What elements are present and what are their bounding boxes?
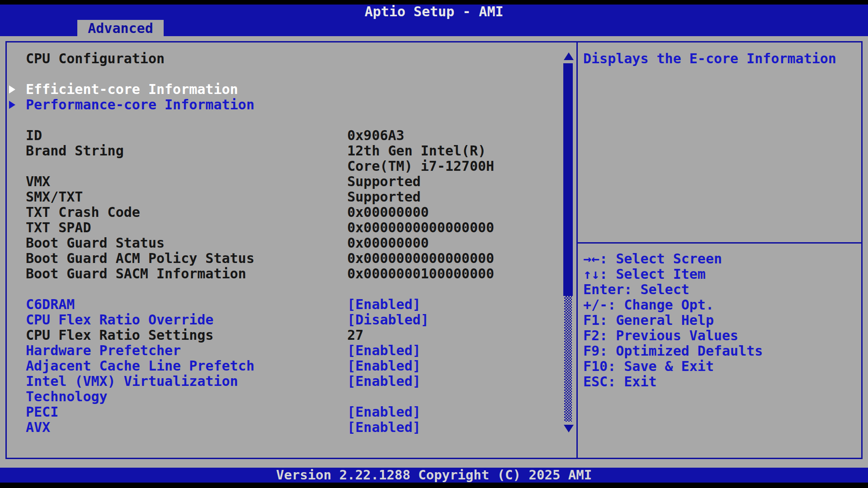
row-vmx: VMXSupported (0, 174, 561, 189)
row-label: TXT Crash Code (26, 205, 140, 220)
row-c6dram[interactable]: C6DRAM[Enabled] (0, 297, 561, 312)
row-value: 0x0000000000000000 (347, 220, 494, 235)
row-label: Technology (26, 389, 108, 404)
legend-optimized-defaults: F9: Optimized Defaults (583, 343, 763, 359)
row-brand-string: Brand String12th Gen Intel(R) (0, 143, 561, 159)
row-cpu-flex-ratio-override[interactable]: CPU Flex Ratio Override[Disabled] (0, 312, 561, 328)
row-value: [Enabled] (347, 297, 421, 312)
row-value: Core(TM) i7-12700H (347, 159, 494, 174)
row-blank (0, 113, 561, 128)
help-legend-divider (578, 242, 861, 244)
legend-select: Enter: Select (583, 282, 763, 297)
row-value: [Disabled] (347, 312, 429, 328)
row-value: 0x00000000 (347, 205, 429, 220)
row-label: Boot Guard SACM Information (26, 266, 246, 282)
row-label: Performance-core Information (26, 97, 255, 113)
row-boot-guard-status: Boot Guard Status0x00000000 (0, 235, 561, 251)
row-label: Hardware Prefetcher (26, 343, 181, 358)
item-help-text: Displays the E-core Information (583, 51, 854, 66)
row-value: Supported (347, 189, 421, 205)
row-blank (0, 282, 561, 297)
row-label: AVX (26, 420, 50, 435)
legend-save-exit: F10: Save & Exit (583, 359, 763, 374)
bios-setup-screen: Aptio Setup - AMI Advanced CPU Configura… (0, 0, 868, 488)
bottom-black-strip (0, 483, 868, 488)
row-label: CPU Configuration (26, 51, 165, 66)
row-label: VMX (26, 174, 50, 189)
row-value: [Enabled] (347, 358, 421, 374)
row-boot-guard-acm-policy-status: Boot Guard ACM Policy Status0x0000000000… (0, 251, 561, 266)
row-intel-vmx-virtualization[interactable]: Intel (VMX) Virtualization[Enabled] (0, 374, 561, 389)
row-txt-crash-code: TXT Crash Code0x00000000 (0, 205, 561, 220)
row-value: [Enabled] (347, 404, 421, 420)
row-smx-txt: SMX/TXTSupported (0, 189, 561, 205)
legend-select-screen: →←: Select Screen (583, 251, 763, 267)
row-label: Intel (VMX) Virtualization (26, 374, 238, 389)
key-legend: →←: Select Screen↑↓: Select ItemEnter: S… (583, 251, 763, 389)
row-value: Supported (347, 174, 421, 189)
row-peci[interactable]: PECI[Enabled] (0, 404, 561, 420)
row-label: PECI (26, 404, 58, 420)
row-label: CPU Flex Ratio Override (26, 312, 213, 328)
row-blank (0, 66, 561, 82)
row-txt-spad: TXT SPAD0x0000000000000000 (0, 220, 561, 235)
row-label: Boot Guard Status (26, 235, 165, 251)
row-performance-core-information[interactable]: Performance-core Information (0, 97, 561, 113)
tab-advanced[interactable]: Advanced (77, 20, 164, 36)
setup-rows: CPU ConfigurationEfficient-core Informat… (0, 51, 561, 435)
row-efficient-core-information[interactable]: Efficient-core Information (0, 82, 561, 97)
row-label: C6DRAM (26, 297, 75, 312)
legend-general-help: F1: General Help (583, 313, 763, 328)
legend-change-opt: +/-: Change Opt. (583, 297, 763, 313)
version-text: Version 2.22.1288 Copyright (C) 2025 AMI (0, 468, 868, 483)
row-value: 0x906A3 (347, 128, 404, 143)
scroll-up-icon[interactable] (564, 52, 574, 60)
row-label: TXT SPAD (26, 220, 91, 235)
panel-vertical-divider (576, 41, 578, 459)
page-title: Aptio Setup - AMI (0, 4, 868, 19)
row-cpu-configuration: CPU Configuration (0, 51, 561, 66)
legend-previous-values: F2: Previous Values (583, 328, 763, 343)
row-label: SMX/TXT (26, 189, 83, 205)
scroll-down-icon[interactable] (564, 425, 574, 432)
legend-select-item: ↑↓: Select Item (583, 267, 763, 282)
row-value: 0x0000000100000000 (347, 266, 494, 282)
row-cpu-flex-ratio-settings: CPU Flex Ratio Settings27 (0, 328, 561, 343)
row-label: CPU Flex Ratio Settings (26, 328, 213, 343)
row-boot-guard-sacm-information: Boot Guard SACM Information0x00000001000… (0, 266, 561, 282)
row-label: Boot Guard ACM Policy Status (26, 251, 255, 266)
row-avx[interactable]: AVX[Enabled] (0, 420, 561, 435)
submenu-arrow-icon (9, 101, 15, 109)
submenu-arrow-icon (9, 85, 15, 94)
row-hardware-prefetcher[interactable]: Hardware Prefetcher[Enabled] (0, 343, 561, 358)
row-value: [Enabled] (347, 420, 421, 435)
row-value: [Enabled] (347, 374, 421, 389)
row-value: 12th Gen Intel(R) (347, 143, 486, 159)
row-value: 0x0000000000000000 (347, 251, 494, 266)
legend-exit: ESC: Exit (583, 374, 763, 389)
row-core-tm-i7-12700h: Core(TM) i7-12700H (0, 159, 561, 174)
row-value: [Enabled] (347, 343, 421, 358)
scrollbar-thumb[interactable] (563, 63, 573, 296)
row-label: Brand String (26, 143, 124, 159)
row-value: 27 (347, 328, 363, 343)
row-label: Adjacent Cache Line Prefetch (26, 358, 255, 374)
row-adjacent-cache-line-prefetch[interactable]: Adjacent Cache Line Prefetch[Enabled] (0, 358, 561, 374)
row-id: ID0x906A3 (0, 128, 561, 143)
row-value: 0x00000000 (347, 235, 429, 251)
row-label: ID (26, 128, 42, 143)
row-label: Efficient-core Information (26, 82, 238, 97)
scrollbar-track[interactable] (564, 296, 572, 422)
row-technology[interactable]: Technology (0, 389, 561, 404)
